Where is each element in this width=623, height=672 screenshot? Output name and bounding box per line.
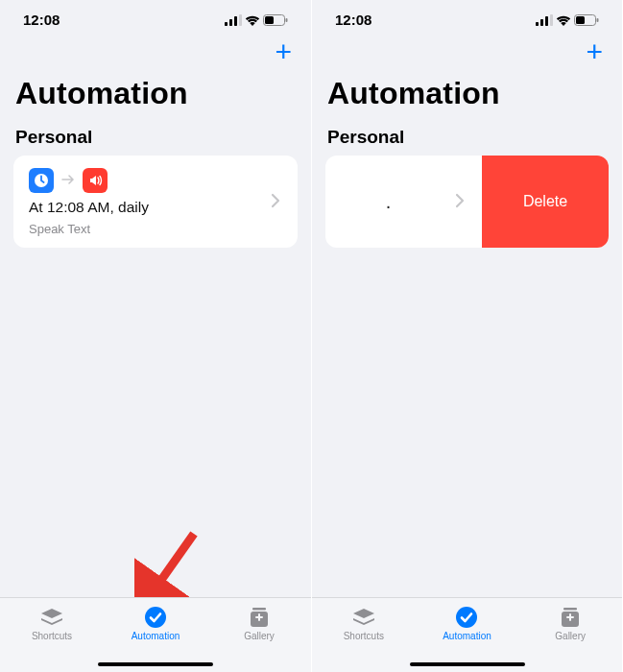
- page-title: Automation: [0, 68, 311, 115]
- speaker-icon: [83, 168, 108, 193]
- chevron-right-icon: [271, 191, 298, 213]
- svg-rect-2: [234, 16, 237, 26]
- delete-button[interactable]: Delete: [482, 156, 609, 248]
- wifi-icon: [556, 14, 571, 26]
- automation-tab-icon: [143, 606, 168, 629]
- automation-icon-row: [29, 168, 263, 193]
- gallery-icon: [247, 606, 272, 629]
- arrow-right-icon: [61, 172, 75, 188]
- home-indicator[interactable]: [410, 662, 525, 666]
- svg-point-19: [456, 607, 477, 628]
- svg-rect-1: [229, 19, 232, 26]
- add-automation-button[interactable]: +: [275, 37, 292, 66]
- tab-gallery-label: Gallery: [555, 631, 586, 641]
- section-personal: Personal: [0, 115, 311, 156]
- battery-icon: [574, 14, 599, 26]
- svg-rect-5: [265, 16, 274, 24]
- chevron-right-icon: [455, 191, 482, 213]
- delete-label: Delete: [523, 193, 567, 210]
- status-indicators: [225, 14, 288, 26]
- wifi-icon: [245, 14, 260, 26]
- tab-bar: Shortcuts Automation Gallery: [0, 597, 311, 672]
- tab-automation[interactable]: Automation: [423, 606, 510, 641]
- status-time: 12:08: [23, 12, 60, 28]
- svg-rect-15: [550, 14, 553, 26]
- cellular-icon: [536, 14, 553, 26]
- automation-card-swiped[interactable]: . Delete: [325, 156, 609, 248]
- tab-automation[interactable]: Automation: [112, 606, 199, 641]
- svg-rect-14: [545, 16, 548, 26]
- tab-automation-label: Automation: [443, 631, 491, 641]
- phone-left: 12:08 + Automation Personal: [0, 0, 311, 672]
- automation-title: At 12:08 AM, daily: [29, 199, 263, 216]
- shortcuts-icon: [39, 606, 64, 629]
- home-indicator[interactable]: [98, 662, 213, 666]
- clock-icon: [29, 168, 54, 193]
- automation-subtitle: Speak Text: [29, 222, 263, 236]
- tab-automation-label: Automation: [132, 631, 180, 641]
- svg-rect-13: [540, 19, 543, 26]
- status-bar: 12:08: [0, 0, 311, 34]
- svg-rect-17: [576, 16, 585, 24]
- shortcuts-icon: [351, 606, 376, 629]
- automation-card[interactable]: At 12:08 AM, daily Speak Text: [13, 156, 298, 248]
- section-personal: Personal: [312, 115, 622, 156]
- svg-rect-10: [252, 608, 266, 611]
- tab-gallery[interactable]: Gallery: [216, 606, 302, 641]
- battery-icon: [263, 14, 288, 26]
- tab-shortcuts[interactable]: Shortcuts: [321, 606, 407, 641]
- svg-rect-0: [225, 22, 228, 26]
- tab-shortcuts[interactable]: Shortcuts: [9, 606, 95, 641]
- cellular-icon: [225, 14, 242, 26]
- add-automation-button[interactable]: +: [586, 37, 603, 66]
- svg-line-8: [148, 534, 194, 599]
- svg-rect-6: [286, 18, 288, 22]
- status-bar: 12:08: [312, 0, 622, 34]
- svg-rect-18: [597, 18, 599, 22]
- automation-tab-icon: [454, 606, 479, 629]
- tab-gallery-label: Gallery: [244, 631, 275, 641]
- tab-gallery[interactable]: Gallery: [527, 606, 613, 641]
- status-indicators: [536, 14, 599, 26]
- svg-rect-3: [239, 14, 242, 26]
- svg-rect-20: [563, 608, 577, 611]
- tab-shortcuts-label: Shortcuts: [32, 631, 72, 641]
- svg-rect-12: [536, 22, 539, 26]
- status-time: 12:08: [335, 12, 371, 28]
- svg-point-9: [145, 607, 166, 628]
- gallery-icon: [558, 606, 583, 629]
- tab-shortcuts-label: Shortcuts: [344, 631, 384, 641]
- page-title: Automation: [312, 68, 622, 115]
- tab-bar: Shortcuts Automation Gallery: [312, 597, 622, 672]
- phone-right: 12:08 + Automation Personal . Delete: [311, 0, 622, 672]
